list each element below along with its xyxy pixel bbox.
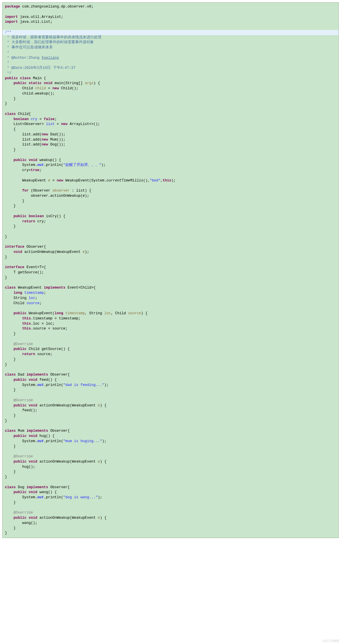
javadoc-open: /** (5, 30, 12, 34)
javadoc-line: * 事件也可以形成继承体系 (5, 46, 53, 50)
interface-observer: Observer{ (24, 245, 46, 249)
kw-class: class (20, 76, 31, 80)
javadoc-author-link: Xueliang (42, 56, 59, 60)
interface-event: Event<T>{ (24, 265, 46, 269)
kw-package: package (5, 5, 20, 9)
kw-public: public (5, 76, 18, 80)
javadoc-line: * 大多数时候，我们处理事件的时候需要事件源对象 (5, 40, 94, 44)
import-2: java.util.List; (18, 20, 52, 24)
code-block: package com.zhangxueliang.dp.observer.v8… (2, 2, 339, 538)
javadoc-date: * @Date:2020年3月16日 下午4:47:37 (5, 66, 75, 70)
kw-import: import (5, 20, 18, 24)
javadoc-close: */ (5, 71, 12, 75)
kw-import: import (5, 15, 18, 19)
javadoc-line: * (5, 61, 12, 65)
import-1: java.util.ArrayList; (18, 15, 63, 19)
pkg-name: com.zhangxueliang.dp.observer.v8; (20, 5, 94, 9)
class-main: Main { (31, 76, 46, 80)
javadoc-line: * (5, 51, 12, 55)
javadoc-author: * @Author:Zhang (5, 56, 42, 60)
class-child: Child{ (16, 112, 31, 116)
annotation-override: @Override (14, 342, 33, 346)
javadoc-line: * 很多时候，观察者需要根据事件的具体情况来进行处理 (5, 35, 101, 39)
